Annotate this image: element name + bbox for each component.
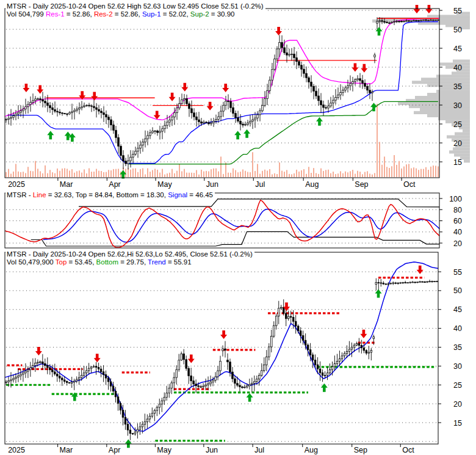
x-axis-label: May [157,446,171,454]
sell-arrow-icon [23,84,29,92]
x-axis-label: Sep [355,180,368,189]
y-axis-label: 15 [453,419,462,428]
y-axis-label: 35 [453,82,462,91]
y-axis-label: 30 [453,362,462,371]
legend-item: = 32.63, Top = 84.84, Bottom = 18.30, [46,191,168,198]
x-axis-label: Aug [305,180,319,189]
x-axis-label: Aug [305,446,318,454]
y-axis-label: 45 [453,45,462,53]
legend-item: MTSR - [7,191,33,198]
legend-item: Bottom [96,258,118,266]
y-axis-label: 40 [453,64,462,72]
y-axis-label: 50 [453,26,462,34]
y-axis-label: 55 [453,7,462,15]
bottom-price-panel[interactable]: 5550454035302520152025MarAprMayJunJulAug… [5,252,462,454]
top-panel-title: MTSR - Daily 2025-10-24 Open 52.62 High … [7,2,264,10]
buy-arrow-icon [243,129,250,138]
bottom-panel-legend: Vol 50,479,900 Top = 53.45, Bottom = 29.… [7,258,253,266]
legend-item: = 30.90 [209,10,235,18]
sell-arrow-icon [181,83,188,92]
top-panel-legend: Vol 504,799 Res-1 = 52.86, Res-2 = 52.86… [7,10,264,18]
sell-arrow-icon [94,354,101,362]
y-axis-label: 20 [453,400,462,409]
sell-arrow-icon [360,330,367,338]
y-axis-label: 40 [453,228,462,236]
legend-item: = 55.91 [166,258,192,266]
legend-item: Sup-2 [190,10,209,18]
charts-canvas[interactable]: 5550454035302520152025MarAprMayJunJulAug… [0,0,476,455]
sell-arrow-icon [37,85,43,93]
legend-item: = 52.86, [113,10,142,18]
sell-arrow-icon [207,102,214,111]
top-panel-header: MTSR - Daily 2025-10-24 Open 52.62 High … [5,2,265,18]
sell-arrow-icon [414,5,420,13]
sell-arrow-icon [425,5,432,13]
legend-item: Sup-1 [142,10,161,18]
buy-arrow-icon [376,27,383,35]
oscillator-panel-header: MTSR - Line = 32.63, Top = 84.84, Bottom… [5,191,215,199]
y-axis-label: 55 [453,268,462,277]
y-axis-label: 25 [453,381,462,390]
sell-arrow-icon [79,91,85,100]
buy-arrow-icon [375,289,382,297]
buy-arrow-icon [125,439,132,448]
legend-item: Vol 504,799 [7,10,46,18]
y-axis-label: 80 [453,206,462,214]
y-axis-label: 35 [453,343,462,352]
sell-arrow-icon [220,330,227,339]
oscillator-legend: MTSR - Line = 32.63, Top = 84.84, Bottom… [7,191,213,199]
legend-item: Vol 50,479,900 [7,258,56,266]
legend-item: Res-2 [94,10,113,18]
y-axis-label: 40 [453,324,462,333]
x-axis-label: Sep [354,446,367,454]
buy-arrow-icon [247,393,253,402]
bottom-panel-header: MTSR - Daily 2025-10-24 Open 52.62,Hi 52… [5,250,254,266]
candles [5,17,439,169]
legend-item: Trend [148,258,166,266]
buy-arrow-icon [234,131,241,139]
x-axis-label: Jul [254,446,264,454]
x-axis-label: Apr [109,180,120,189]
x-axis-label: 2025 [8,180,25,189]
sell-arrow-icon [35,347,42,355]
y-axis-label: 50 [453,286,462,295]
legend-item: Res-1 [46,10,65,18]
x-axis-label: Jun [206,180,218,189]
oscillator-panel[interactable]: 10080604020 [5,193,462,248]
sell-arrow-icon [188,354,195,363]
sell-arrow-icon [169,93,176,101]
x-axis-label: Mar [60,446,73,454]
x-axis-label: May [157,180,172,189]
sell-arrow-icon [222,84,229,92]
sell-arrow-icon [275,27,282,35]
legend-item: Top [56,258,67,266]
sell-arrow-icon [417,266,424,274]
legend-item: = 46.45 [187,191,213,198]
chart-page: { "panels": { "top": { "title": "MTSR - … [0,0,476,455]
bottom-panel-title: MTSR - Daily 2025-10-24 Open 52.62,Hi 52… [7,250,253,258]
buy-arrow-icon [47,131,54,139]
x-axis-label: Mar [60,180,73,189]
y-axis-label: 20 [453,139,462,148]
legend-item: Signal [168,191,187,198]
legend-item: Line [33,191,46,198]
sell-arrow-icon [352,63,358,71]
y-axis-label: 60 [453,217,462,225]
legend-item: = 52.86, [65,10,94,18]
y-axis-label: 20 [453,239,462,248]
volume-bars [5,104,439,177]
legend-item: = 53.45, [67,258,96,266]
legend-item: = 52.02, [161,10,190,18]
x-axis-label: 2025 [8,446,25,454]
y-axis-label: 45 [453,305,462,314]
sell-arrow-icon [361,64,367,73]
y-axis-label: 30 [453,101,462,110]
y-axis-label: 100 [449,195,462,203]
top-price-panel[interactable]: 5550454035302520152025MarAprMayJunJulAug… [5,5,470,189]
y-axis-label: 25 [453,120,462,129]
buy-arrow-icon [316,117,323,126]
x-axis-label: Jul [255,180,265,189]
x-axis-label: Oct [403,180,416,189]
y-axis-label: 15 [453,158,462,167]
legend-item: = 29.75, [118,258,148,266]
